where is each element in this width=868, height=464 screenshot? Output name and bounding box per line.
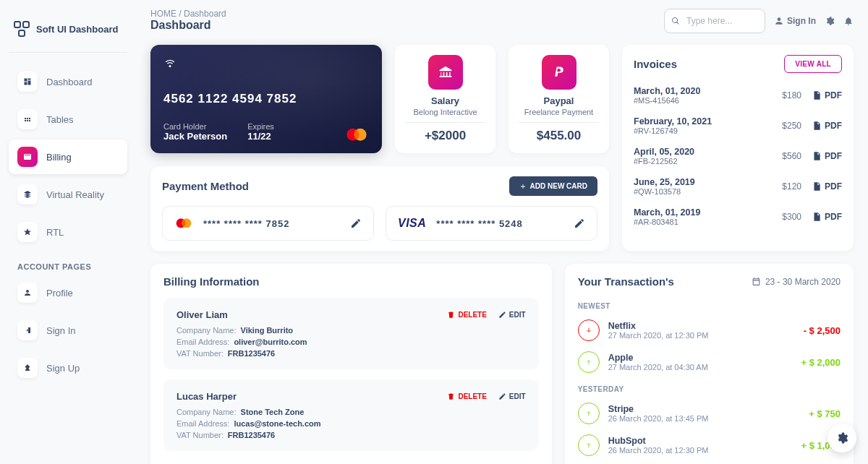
billing-email: oliver@burrito.com xyxy=(234,338,307,346)
billing-item: Oliver Liam DELETE EDIT Company Name:Vik… xyxy=(163,298,539,369)
transactions-card: Your Transaction's 23 - 30 March 2020 NE… xyxy=(565,264,854,464)
vr-icon xyxy=(17,184,38,205)
transactions-range: 23 - 30 March 2020 xyxy=(752,277,841,287)
invoice-id: #QW-103578 xyxy=(634,187,695,196)
invoice-pdf-button[interactable]: PDF xyxy=(812,151,842,161)
invoice-amount: $560 xyxy=(782,151,801,161)
sidebar-item-billing[interactable]: Billing xyxy=(9,139,127,174)
sidebar-item-vr[interactable]: Virtual Reality xyxy=(9,177,127,212)
sidebar-item-signup[interactable]: Sign Up xyxy=(9,351,127,385)
billing-company: Stone Tech Zone xyxy=(241,408,305,416)
invoices-title: Invoices xyxy=(634,58,677,70)
arrow-up-icon xyxy=(578,434,600,456)
brand-icon xyxy=(13,20,30,38)
saved-card-mastercard: **** **** **** 7852 xyxy=(162,206,374,241)
transaction-time: 26 March 2020, at 12:30 PM xyxy=(608,446,709,455)
sidebar-item-label: Virtual Reality xyxy=(46,189,104,200)
invoice-pdf-button[interactable]: PDF xyxy=(812,90,842,100)
sidebar-item-label: Profile xyxy=(46,288,73,298)
arrow-down-icon xyxy=(578,319,600,341)
invoice-amount: $120 xyxy=(782,181,801,192)
profile-icon xyxy=(17,283,38,303)
transaction-row: HubSpot 26 March 2020, at 12:30 PM + $ 1… xyxy=(578,429,841,461)
transaction-name: HubSpot xyxy=(608,436,709,446)
credit-card: 4562 1122 4594 7852 Card Holder Jack Pet… xyxy=(150,45,382,153)
invoice-pdf-button[interactable]: PDF xyxy=(812,121,842,131)
mastercard-icon xyxy=(174,218,193,229)
dashboard-icon xyxy=(17,72,38,92)
svg-rect-1 xyxy=(23,22,29,27)
pencil-icon xyxy=(498,392,506,400)
breadcrumb-home[interactable]: HOME xyxy=(150,9,176,19)
view-all-button[interactable]: VIEW ALL xyxy=(784,55,842,73)
pdf-icon xyxy=(812,90,822,100)
invoice-pdf-button[interactable]: PDF xyxy=(812,181,842,192)
wifi-icon xyxy=(163,56,176,69)
plus-icon xyxy=(519,183,527,190)
top-signin-link[interactable]: Sign In xyxy=(774,16,816,26)
settings-fab[interactable] xyxy=(827,424,856,452)
arrow-up-icon xyxy=(578,351,600,373)
invoice-row: March, 01, 2019 #AR-803481 $300 PDF xyxy=(634,202,842,232)
svg-rect-2 xyxy=(19,30,25,36)
pencil-icon xyxy=(498,311,506,319)
calendar-icon xyxy=(752,277,761,286)
sidebar-item-label: Sign Up xyxy=(46,363,80,374)
transaction-row: Apple 27 March 2020, at 04:30 AM + $ 2,0… xyxy=(578,346,841,378)
salary-subtitle: Belong Interactive xyxy=(413,108,477,116)
transaction-name: Apple xyxy=(608,353,708,363)
sidebar-item-dashboard[interactable]: Dashboard xyxy=(9,64,127,99)
transaction-time: 26 March 2020, at 13:45 PM xyxy=(608,414,709,423)
card-holder-label: Card Holder xyxy=(163,122,227,131)
arrow-up-icon xyxy=(578,403,600,424)
billing-company: Viking Burrito xyxy=(241,326,294,335)
salary-card: Salary Belong Interactive +$2000 xyxy=(395,45,495,153)
sidebar-item-rtl[interactable]: RTL xyxy=(9,215,127,249)
pdf-icon xyxy=(812,121,822,131)
billing-delete-button[interactable]: DELETE xyxy=(447,311,486,319)
tables-icon xyxy=(17,109,38,129)
invoice-date: April, 05, 2020 xyxy=(634,147,694,157)
edit-icon[interactable] xyxy=(350,218,362,229)
main: HOME / Dashboard Dashboard Sign In xyxy=(136,0,868,464)
edit-icon[interactable] xyxy=(574,218,585,229)
transaction-time: 27 March 2020, at 12:30 PM xyxy=(608,331,709,340)
invoice-date: March, 01, 2020 xyxy=(634,86,700,96)
saved-card-visa: VISA **** **** **** 5248 xyxy=(386,206,597,241)
page-title: Dashboard xyxy=(150,19,226,32)
billing-edit-button[interactable]: EDIT xyxy=(498,392,526,400)
breadcrumb: HOME / Dashboard xyxy=(150,9,226,19)
invoice-amount: $300 xyxy=(782,212,801,222)
billing-info-card: Billing Information Oliver Liam DELETE E… xyxy=(150,264,552,464)
bell-icon[interactable] xyxy=(843,16,854,26)
sidebar-item-profile[interactable]: Profile xyxy=(9,275,127,310)
billing-name: Oliver Liam xyxy=(176,309,228,320)
invoice-row: June, 25, 2019 #QW-103578 $120 PDF xyxy=(634,171,842,202)
breadcrumb-current: Dashboard xyxy=(184,9,226,19)
invoice-id: #RV-126749 xyxy=(634,126,712,135)
transactions-section-yesterday: YESTERDAY xyxy=(578,378,841,398)
add-card-button[interactable]: ADD NEW CARD xyxy=(509,176,597,196)
card-number: 4562 1122 4594 7852 xyxy=(163,92,369,106)
card-expires-label: Expires xyxy=(247,122,274,131)
sidebar-item-label: RTL xyxy=(46,227,64,238)
payment-method-card: Payment Method ADD NEW CARD **** **** **… xyxy=(150,166,609,251)
sidebar-section-account: ACCOUNT PAGES xyxy=(9,252,127,275)
paypal-title: Paypal xyxy=(524,95,593,106)
billing-item: Lucas Harper DELETE EDIT Company Name:St… xyxy=(163,379,539,451)
transaction-name: Stripe xyxy=(608,404,709,414)
billing-delete-button[interactable]: DELETE xyxy=(447,392,486,400)
search-icon xyxy=(671,17,680,25)
invoice-pdf-button[interactable]: PDF xyxy=(812,212,842,222)
sidebar-item-signin[interactable]: Sign In xyxy=(9,313,127,348)
pdf-icon xyxy=(812,181,822,192)
transaction-amount: - $ 2,500 xyxy=(804,325,841,336)
billing-edit-button[interactable]: EDIT xyxy=(498,311,526,319)
transaction-amount: + $ 2,000 xyxy=(801,357,841,368)
sidebar-item-tables[interactable]: Tables xyxy=(9,102,127,137)
invoice-date: March, 01, 2019 xyxy=(634,207,700,218)
svg-point-3 xyxy=(346,128,359,140)
gear-icon[interactable] xyxy=(825,16,835,26)
billing-info-title: Billing Information xyxy=(163,275,539,288)
brand-logo[interactable]: Soft UI Dashboard xyxy=(9,14,127,53)
